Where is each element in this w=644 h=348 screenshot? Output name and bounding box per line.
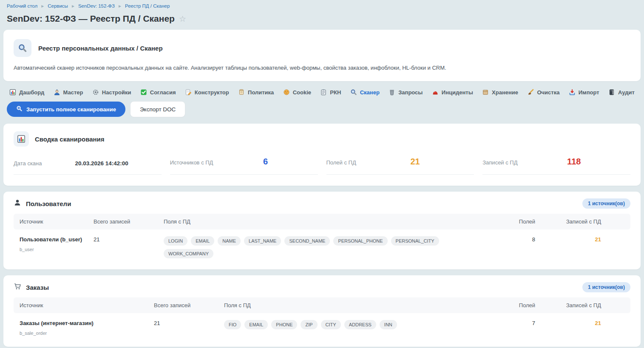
table-header: Источник Всего записей Поля с ПД Полей З… [14, 297, 630, 313]
tab-audit[interactable]: Аудит [608, 89, 635, 96]
tab-requests[interactable]: Запросы [389, 89, 423, 96]
pd-records-value: 21 [535, 236, 624, 243]
stat-scan-date: Дата скана 20.03.2026 14:42:00 [14, 160, 162, 175]
breadcrumb-item-current[interactable]: Реестр ПД / Сканер [125, 3, 170, 8]
stat-records-with-pd: Записей с ПД 118 [482, 157, 630, 175]
tab-label: Дашборд [19, 89, 44, 96]
pd-field-badge: EMAIL [244, 320, 268, 329]
tab-label: Сканер [360, 89, 380, 96]
intro-description: Автоматический сканер источников персона… [14, 65, 630, 71]
import-icon [569, 89, 576, 96]
breadcrumb: Рабочий стол ▸ Сервисы ▸ SenDev: 152-ФЗ … [3, 3, 641, 8]
source-code: b_sale_order [20, 331, 154, 336]
chart-icon [9, 89, 16, 96]
document-pencil-icon [185, 89, 192, 96]
total-records-value: 21 [154, 320, 224, 326]
magnifier-icon [14, 39, 31, 57]
tab-wizard[interactable]: Мастер [54, 89, 83, 96]
stat-value: 20.03.2026 14:42:00 [42, 160, 162, 167]
orders-section-card: Заказы 1 источник(ов) Источник Всего зап… [3, 275, 641, 347]
tab-label: Cookie [293, 89, 311, 96]
tab-constructor[interactable]: Конструктор [185, 89, 229, 96]
tab-import[interactable]: Импорт [569, 89, 599, 96]
wizard-icon [54, 89, 60, 96]
gear-icon [92, 89, 99, 96]
column-pd-records: Записей с ПД [535, 218, 624, 225]
tab-label: Политика [248, 89, 274, 96]
column-total-records: Всего записей [154, 302, 224, 308]
fields-count-value: 8 [484, 236, 535, 243]
tab-cookie[interactable]: Cookie [283, 89, 311, 96]
column-total-records: Всего записей [94, 218, 164, 225]
breadcrumb-item-services[interactable]: Сервисы [48, 3, 68, 8]
pd-field-badge: INN [380, 320, 397, 329]
user-icon [14, 199, 21, 208]
tab-label: Конструктор [195, 89, 229, 96]
breadcrumb-item-desktop[interactable]: Рабочий стол [7, 3, 37, 8]
breadcrumb-item-module[interactable]: SenDev: 152-ФЗ [78, 3, 115, 8]
run-full-scan-button[interactable]: Запустить полное сканирование [7, 102, 125, 117]
pd-field-badge: WORK_COMPANY [164, 249, 213, 258]
pd-records-value: 21 [535, 320, 624, 326]
pd-field-badge: FIO [224, 320, 241, 329]
pd-field-badges: FIO EMAIL PHONE ZIP CITY ADDRESS INN [224, 320, 476, 329]
pd-field-badge: EMAIL [191, 236, 214, 246]
tab-consents[interactable]: Согласия [140, 89, 176, 96]
green-checkbox-icon [140, 89, 147, 96]
column-fields-count: Полей [484, 302, 535, 308]
summary-title: Сводка сканирования [35, 136, 105, 143]
export-doc-button[interactable]: Экспорт DOC [131, 102, 185, 117]
tab-settings[interactable]: Настройки [92, 89, 131, 96]
tab-rkn[interactable]: РКН [320, 89, 341, 96]
fields-count-value: 7 [484, 320, 535, 326]
bar-chart-icon [14, 131, 29, 147]
breadcrumb-separator-icon: ▸ [41, 3, 44, 8]
stat-value: 6 [213, 157, 318, 167]
box-icon [482, 89, 489, 96]
column-pd-records: Записей с ПД [535, 302, 624, 308]
pd-field-badge: LOGIN [164, 236, 187, 246]
favorite-star-icon[interactable]: ☆ [179, 14, 186, 24]
source-count-badge: 1 источник(ов) [582, 282, 630, 292]
tab-storage[interactable]: Хранение [482, 89, 518, 96]
intro-card: Реестр персональных данных / Сканер Авто… [3, 30, 641, 81]
tab-label: Хранение [492, 89, 518, 96]
clipboard-icon [320, 89, 327, 96]
breadcrumb-separator-icon: ▸ [119, 3, 121, 8]
pd-field-badge: PERSONAL_CITY [391, 236, 439, 246]
tab-dashboard[interactable]: Дашборд [9, 89, 44, 96]
tab-incidents[interactable]: Инциденты [432, 89, 473, 96]
pd-field-badge: ZIP [301, 320, 317, 329]
book-icon [608, 89, 615, 96]
magnifier-icon [16, 105, 23, 113]
tab-cleanup[interactable]: Очистка [527, 89, 559, 96]
pd-field-badge: SECOND_NAME [284, 236, 330, 246]
magnifier-icon [350, 89, 357, 96]
column-fields-count: Полей [484, 218, 535, 225]
stat-value: 118 [518, 157, 631, 167]
cookie-icon [283, 89, 290, 96]
stat-label: Источников с ПД [170, 159, 213, 166]
tab-policy[interactable]: Политика [238, 89, 274, 96]
users-section-card: Пользователи 1 источник(ов) Источник Все… [3, 192, 641, 269]
siren-icon [432, 89, 439, 96]
stat-sources-with-pd: Источников с ПД 6 [170, 157, 318, 175]
source-name: Заказы (интернет-магазин) [20, 320, 154, 326]
page-title: SenDev: 152-ФЗ — Реестр ПД / Сканер [7, 14, 175, 24]
source-count-badge: 1 источник(ов) [582, 198, 630, 209]
tab-label: Аудит [618, 89, 635, 96]
tab-scanner[interactable]: Сканер [350, 89, 380, 96]
section-title: Заказы [26, 284, 578, 291]
column-source: Источник [20, 218, 94, 225]
tab-label: Запросы [398, 89, 423, 96]
pd-field-badge: ADDRESS [344, 320, 376, 329]
table-header: Источник Всего записей Поля с ПД Полей З… [14, 214, 630, 229]
pd-field-badge: PERSONAL_PHONE [333, 236, 387, 246]
stat-label: Полей с ПД [326, 159, 356, 166]
breadcrumb-separator-icon: ▸ [72, 3, 74, 8]
intro-title: Реестр персональных данных / Сканер [38, 45, 163, 52]
tab-label: Мастер [63, 89, 83, 96]
pd-field-badge: LAST_NAME [244, 236, 281, 246]
tab-label: Настройки [102, 89, 131, 96]
pd-field-badges: LOGIN EMAIL NAME LAST_NAME SECOND_NAME P… [164, 236, 476, 258]
